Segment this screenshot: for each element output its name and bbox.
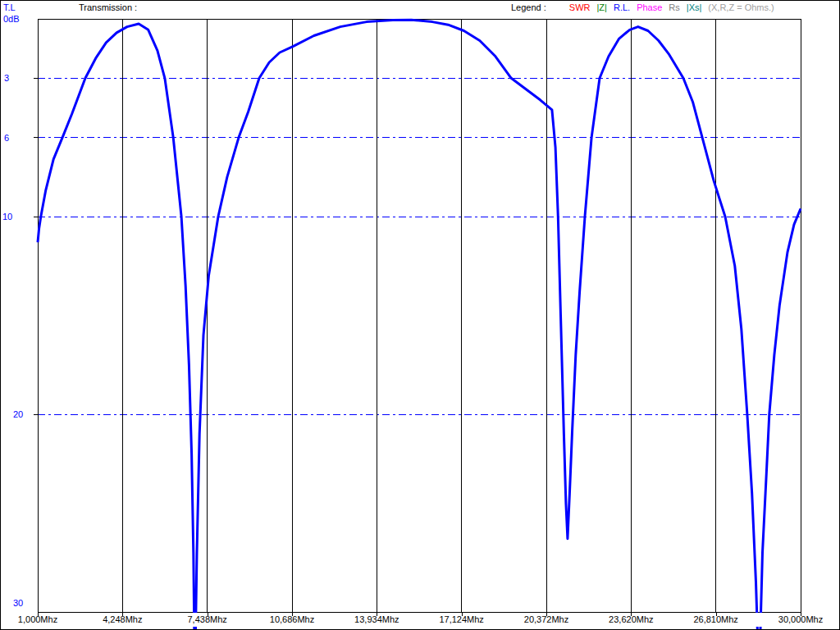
- y-axis-tick-label: 0dB: [3, 14, 20, 24]
- transmission-curve: [38, 20, 801, 630]
- legend-item-rs: Rs: [669, 2, 679, 12]
- transmission-chart-plot-area: [1, 1, 840, 630]
- x-axis-tick-label: 13,934Mhz: [342, 614, 411, 624]
- plot-frame: [38, 19, 801, 612]
- y-axis-tick-label: 20: [13, 409, 23, 419]
- x-axis-tick-label: 10,686Mhz: [258, 614, 326, 624]
- x-axis-tick-label: 23,620Mhz: [596, 614, 665, 624]
- x-axis-tick-label: 17,124Mhz: [427, 614, 496, 624]
- x-axis: 1,000Mhz4,248Mhz7,438Mhz10,686Mhz13,934M…: [2, 613, 840, 627]
- legend-item-z: |Z|: [597, 2, 607, 12]
- x-axis-tick-label: 20,372Mhz: [512, 614, 581, 624]
- trace-type-label: T.L: [3, 2, 16, 12]
- x-axis-tick-label: 30,000Mhz: [766, 614, 835, 624]
- y-axis-tick-label: 10: [2, 212, 12, 221]
- chart-title: Transmission :: [79, 2, 137, 12]
- legend-item-phase: Phase: [637, 2, 662, 12]
- legend-item-rl: R.L.: [614, 2, 630, 12]
- y-axis-tick-label: 3: [4, 73, 9, 83]
- y-axis-tick-label: 6: [4, 133, 9, 143]
- y-axis-tick-label: 30: [13, 598, 23, 608]
- legend-item-xrzohms: (X,R,Z = Ohms.): [708, 2, 774, 12]
- x-axis-tick-label: 4,248Mhz: [88, 614, 157, 624]
- x-axis-tick-label: 7,438Mhz: [173, 614, 242, 624]
- x-axis-tick-label: 1,000Mhz: [3, 614, 72, 624]
- legend-title: Legend :: [511, 2, 546, 12]
- analyzer-window: T.L Transmission : Legend : SWR|Z|R.L.Ph…: [0, 0, 840, 630]
- legend: Legend : SWR|Z|R.L.PhaseRs|Xs|(X,R,Z = O…: [511, 2, 781, 12]
- x-axis-tick-label: 26,810Mhz: [682, 614, 751, 624]
- legend-item-swr: SWR: [569, 2, 591, 12]
- legend-item-xs: |Xs|: [687, 2, 702, 12]
